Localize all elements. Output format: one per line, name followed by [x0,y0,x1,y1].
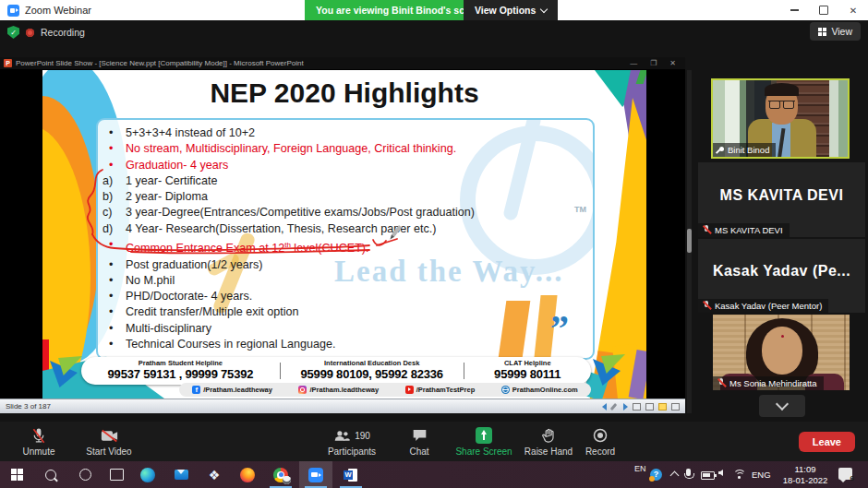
raise-hand-button[interactable]: Raise Hand [519,427,578,457]
chrome-icon [273,468,288,482]
firefox-icon [240,468,255,482]
view-button-label: View [831,26,852,37]
taskbar-zoom[interactable] [299,461,332,488]
recording-label: Recording [41,27,85,38]
next-slide-button[interactable] [623,403,628,411]
taskbar-mail[interactable] [164,461,198,488]
battery-icon[interactable] [701,471,715,480]
video-tile-sonia[interactable]: Ms Sonia Mehindiratta [713,315,850,390]
hidden-icons-chevron[interactable] [670,471,680,481]
slide-bullet: c)3 year-Degree(Entrances/Competitive ex… [98,205,593,220]
time: 11:09 [778,464,833,475]
ppt-minimize-button[interactable]: — [630,59,637,67]
scrollbar-handle[interactable] [687,229,692,253]
pin-icon [717,147,724,154]
start-button[interactable] [0,461,33,488]
participant-name-label: MS KAVITA DEVI [698,223,790,237]
chevron-down-icon [540,5,548,12]
windows-logo-icon [11,469,23,481]
slide-sorter-view-button[interactable] [645,403,654,411]
video-off-icon [101,429,118,443]
recording-dot-icon [26,29,34,37]
helpline-banner: Pratham Student Helpline 99537 59131 , 9… [81,357,591,385]
chevron-down-icon [776,398,789,411]
view-options-label: View Options [475,5,536,16]
taskbar-search[interactable] [34,461,67,488]
slide-bullet: •PHD/Doctorate- 4 years. [98,289,593,304]
pen-tool-button[interactable] [611,403,619,411]
start-video-button[interactable]: Start Video [76,427,142,457]
task-view-icon [110,469,124,481]
pratham-logo-left [50,356,85,389]
taskbar-dropbox[interactable]: ❖ [198,461,231,488]
sidebar-scroll-down-button[interactable] [759,395,805,417]
participants-count: 190 [355,431,370,441]
record-button[interactable]: Record [578,427,622,457]
video-tile-binit-binod[interactable]: Binit Binod [711,78,850,159]
minimize-button[interactable] [779,0,809,20]
participant-face [762,327,802,375]
notification-count: 6 [850,474,854,482]
language-indicator[interactable]: EN [634,464,646,473]
globe-icon [501,386,510,394]
slideshow-canvas: NEP 2020 Highlights Lead the Way... TM ” [0,69,685,399]
unmute-button[interactable]: Unmute [11,427,66,457]
taskbar-cortana[interactable] [68,461,102,488]
slide-bullet: a)1 year- Certificate [98,173,593,189]
taskbar-word[interactable] [334,461,368,488]
window-controls: ✕ [779,0,868,20]
notification-center-icon[interactable]: 6 [838,468,852,480]
slide-bullet: •Credit transfer/Multiple exit option [98,304,593,320]
recording-indicator: Recording [7,26,85,39]
view-options-dropdown[interactable]: View Options [464,0,558,20]
slide-bullet: •Technical Courses in regional Language. [98,337,593,352]
participant-tile-kavita[interactable]: MS KAVITA DEVI MS KAVITA DEVI [698,162,865,237]
slide-title: NEP 2020 Highlights [42,77,646,109]
volume-icon[interactable] [718,470,723,476]
participant-name-label: Binit Binod [713,143,776,157]
search-icon [45,470,56,481]
powerpoint-statusbar: Slide 3 of 187 [0,399,685,413]
ppt-maximize-button[interactable]: ❐ [650,59,657,67]
record-icon [593,428,608,443]
slide: NEP 2020 Highlights Lead the Way... TM ” [42,70,646,399]
share-screen-button[interactable]: Share Screen [449,427,519,457]
close-button[interactable]: ✕ [838,0,868,20]
powerpoint-window-controls: — ❐ ✕ [630,59,685,67]
window-title: Zoom Webinar [25,5,91,16]
participant-name-label: Kasak Yadav (Peer Mentor) [698,299,828,313]
help-tray-icon[interactable] [650,469,662,481]
chat-icon [412,428,428,443]
powerpoint-titlebar: PowerPoint Slide Show - [Science New.ppt… [0,57,685,69]
reading-view-button[interactable] [671,403,680,411]
leave-button[interactable]: Leave [799,432,855,452]
clock[interactable]: 11:09 18-01-2022 [778,464,833,485]
task-view-button[interactable] [100,461,133,488]
participant-bindi [781,335,784,338]
word-icon [344,468,358,482]
social-web: PrathamOnline.com [501,386,578,394]
stage-scrollbar[interactable] [687,70,692,413]
tray-mic-icon[interactable] [686,469,691,476]
slide-bullet: d)4 Year- Research(Dissertation, Thesis,… [98,221,593,237]
participants-button[interactable]: 190 Participants [316,427,388,457]
slide-bullet: •No M.phil [98,273,593,289]
participant-tile-kasak[interactable]: Kasak Yadav (Pe... Kasak Yadav (Peer Men… [698,239,865,313]
taskbar-chrome[interactable] [264,461,297,488]
slideshow-view-button[interactable] [658,403,667,411]
chat-button[interactable]: Chat [399,427,440,457]
wifi-icon[interactable] [733,470,744,479]
ppt-close-button[interactable]: ✕ [669,59,676,67]
keyboard-language[interactable]: ENG [752,470,771,480]
previous-slide-button[interactable] [602,403,607,411]
taskbar-firefox[interactable] [231,461,264,488]
powerpoint-window: PowerPoint Slide Show - [Science New.ppt… [0,57,685,413]
muted-mic-icon [717,378,726,388]
taskbar-edge[interactable] [131,461,164,488]
meeting-stage: Recording View PowerPoint Slide Show - [… [0,20,868,422]
normal-view-button[interactable] [633,403,641,411]
encryption-shield-icon [7,26,19,39]
edge-icon [140,468,155,482]
gallery-view-button[interactable]: View [810,22,861,41]
maximize-button[interactable] [809,0,838,20]
